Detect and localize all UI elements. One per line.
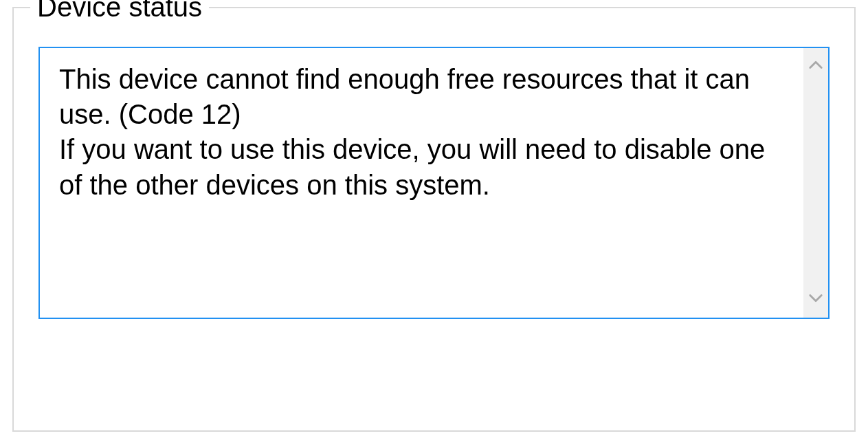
chevron-down-icon (808, 292, 823, 307)
scroll-up-button[interactable] (803, 54, 828, 78)
scroll-down-button[interactable] (803, 287, 828, 312)
device-status-group: Device status This device cannot find en… (12, 7, 856, 432)
scrollbar-track[interactable] (803, 48, 828, 318)
chevron-up-icon (808, 58, 823, 74)
device-status-textbox[interactable]: This device cannot find enough free reso… (38, 47, 830, 319)
device-status-legend: Device status (30, 0, 209, 23)
device-status-message: This device cannot find enough free reso… (40, 48, 803, 318)
